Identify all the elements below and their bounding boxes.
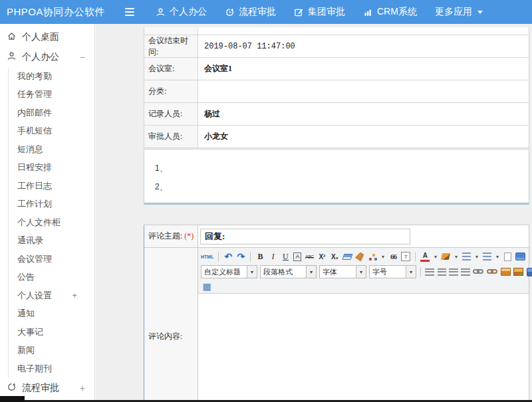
expand-plus-icon[interactable]: + [80,383,85,393]
content-line: 1、 [155,163,529,174]
format-brush-icon[interactable] [355,251,364,262]
fullscreen-icon[interactable] [515,252,525,260]
sidebar-item-short-message[interactable]: 短消息 [9,140,94,159]
remove-link-icon[interactable] [487,268,498,275]
toolbar-separator [250,252,251,262]
align-center-icon[interactable] [437,266,446,277]
sidebar-item-personal-files[interactable]: 个人文件柜 [9,213,94,232]
subscript-icon[interactable]: X₂ [330,251,339,262]
sidebar-item-label: 流程审批 [22,382,59,394]
nav-workflow-approval[interactable]: 流程审批 [225,6,276,18]
sidebar-item-e-journal[interactable]: 电子期刊 [9,359,94,378]
align-left-icon[interactable] [425,266,434,277]
user-icon [7,51,17,63]
undo-icon[interactable]: ↶ [223,251,233,262]
unordered-list-icon[interactable] [482,251,491,262]
underline-icon[interactable]: U [281,251,290,262]
ordered-list-icon[interactable] [462,251,471,262]
sidebar-item-label: 内部邮件 [17,107,52,119]
bold-icon[interactable]: B [255,251,265,262]
caret-down-icon[interactable]: ▾ [247,265,257,278]
font-family-select[interactable]: 字体 ▾ [319,265,366,278]
sidebar-item-work-plan[interactable]: 工作计划 [9,195,94,214]
redo-icon[interactable]: ↷ [236,251,245,262]
sidebar-item-meeting-management[interactable]: 会议管理 [9,250,94,268]
select-value: 字号 [369,265,406,278]
sidebar-item-schedule[interactable]: 日程安排 [9,159,94,177]
history-icon [7,382,17,394]
sidebar-item-label: 新闻 [17,344,35,356]
comment-content-label: 评论内容: [144,248,198,402]
sidebar-item-internal-mail[interactable]: 内部邮件 [9,104,94,122]
heading-select[interactable]: 自定义标题 ▾ [201,265,257,278]
superscript-icon[interactable]: X² [317,251,327,262]
menu-toggle-icon[interactable] [125,8,136,16]
sidebar-item-personal-office[interactable]: 个人办公 − [0,47,94,67]
nav-personal-office[interactable]: 个人办公 [156,6,207,18]
required-mark: (*) [184,231,194,241]
insert-media-icon[interactable] [526,266,532,277]
insert-flash-icon[interactable] [513,266,523,277]
collapse-minus-icon[interactable]: − [80,52,85,62]
nav-crm-system[interactable]: CRM系统 [363,6,417,18]
caret-down-icon[interactable]: ▾ [380,251,385,262]
blockquote-icon[interactable]: 66 [388,251,398,262]
paragraph-format-select[interactable]: 段落格式 ▾ [260,265,317,278]
meeting-content-box: 1、 2、 [144,149,529,205]
sidebar-item-label: 任务管理 [17,88,52,100]
align-right-icon[interactable] [449,266,458,277]
sidebar-item-contacts[interactable]: 通讯录 [9,232,94,251]
sidebar-item-notice[interactable]: 通知 [9,305,94,324]
caret-down-icon[interactable]: ▾ [406,265,416,278]
editor-content-area[interactable] [198,294,529,402]
sidebar-item-personal-settings[interactable]: 个人设置 + [9,286,94,305]
insert-link-icon[interactable] [473,268,484,275]
sidebar-item-label: 工作日志 [17,180,52,192]
caret-down-icon[interactable]: ▾ [433,251,438,262]
insert-table-icon[interactable]: ▦ [202,281,211,292]
sidebar-item-desktop[interactable]: 个人桌面 [0,27,94,47]
sidebar-item-announcement[interactable]: 公告 [9,268,94,287]
strikethrough-icon[interactable]: ABC [305,251,314,262]
sidebar-item-label: 公告 [17,271,35,283]
sidebar-item-memorabilia[interactable]: 大事记 [9,323,94,342]
field-value [198,225,529,247]
sidebar-item-attendance[interactable]: 我的考勤 [9,67,94,86]
sidebar-item-workflow-approval[interactable]: 流程审批 + [0,378,94,398]
expand-plus-icon[interactable]: + [72,290,77,300]
font-color-icon[interactable]: A [420,252,430,262]
sidebar-item-task-management[interactable]: 任务管理 [9,86,94,104]
sidebar-item-news[interactable]: 新闻 [9,342,94,360]
comment-subject-input[interactable] [200,229,410,245]
field-label [144,27,198,35]
nav-label: 个人办公 [170,6,207,18]
caret-down-icon[interactable]: ▾ [495,251,499,262]
remove-format-eraser-icon[interactable] [342,251,352,262]
nav-group-approval[interactable]: 集团审批 [294,6,345,18]
quick-format-icon[interactable] [368,251,377,262]
char-border-icon[interactable]: A [293,252,301,261]
caret-down-icon[interactable]: ▾ [307,265,317,278]
paste-as-text-icon[interactable]: T [401,252,410,261]
new-page-icon[interactable] [503,251,512,262]
sidebar-item-label: 手机短信 [17,125,52,137]
field-label: 分类: [144,80,198,102]
caret-down-icon[interactable]: ▾ [474,251,479,262]
html-source-icon[interactable]: HTML [201,251,213,262]
italic-icon[interactable]: I [268,251,277,262]
scrollbar-thumb[interactable] [0,396,25,402]
topbar: PHPOA协同办公软件 个人办公 流程审批 集团审批 CRM系统 更多应用 [0,0,532,24]
app-logo[interactable]: PHPOA协同办公软件 [0,6,125,19]
nav-more-apps[interactable]: 更多应用 [435,6,483,18]
table-row: 会议室: 会议室1 [144,58,529,80]
sidebar-item-work-log[interactable]: 工作日志 [9,177,94,195]
caret-down-icon[interactable]: ▾ [356,265,366,278]
highlight-color-icon[interactable] [441,251,450,262]
align-justify-icon[interactable] [461,266,470,277]
caret-down-icon[interactable]: ▾ [454,251,458,262]
insert-image-icon[interactable] [501,266,511,277]
history-icon [225,7,235,17]
font-size-select[interactable]: 字号 ▾ [369,265,416,278]
sidebar-item-mobile-sms[interactable]: 手机短信 [9,122,94,141]
toolbar-row-3: ▦ [201,280,526,292]
